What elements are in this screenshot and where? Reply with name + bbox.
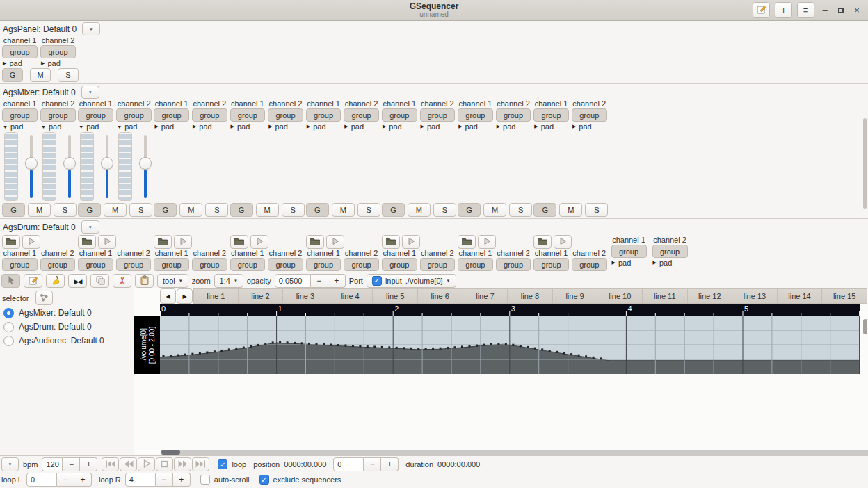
loop-left-input[interactable]: 0 xyxy=(26,473,57,487)
volume-slider[interactable] xyxy=(137,132,152,201)
agsmixer-menu-button[interactable]: ▼ xyxy=(81,86,99,99)
loop-left-decrement-button[interactable]: − xyxy=(57,473,74,487)
mute-toggle-button[interactable]: M xyxy=(483,203,506,217)
solo-toggle-button[interactable]: S xyxy=(509,203,532,217)
group-button[interactable]: group xyxy=(382,258,417,271)
solo-toggle-button[interactable]: S xyxy=(433,203,456,217)
bpm-input[interactable]: 120 xyxy=(42,457,63,471)
navigation-increment-button[interactable]: + xyxy=(381,457,399,471)
group-toggle-button[interactable]: G xyxy=(2,203,25,217)
maximize-button[interactable] xyxy=(835,5,846,15)
group-toggle-button[interactable]: G xyxy=(458,203,481,217)
port-dropdown[interactable]: input ./volume[0] ▼ xyxy=(367,274,456,288)
loop-right-input[interactable]: 4 xyxy=(125,473,156,487)
group-button[interactable]: group xyxy=(268,108,303,122)
position-button[interactable] xyxy=(1,274,20,288)
tab-line-10[interactable]: line 10 xyxy=(597,288,643,304)
group-button[interactable]: group xyxy=(306,108,341,122)
loop-right-decrement-button[interactable]: − xyxy=(156,473,173,487)
pad-expander[interactable]: ▶pad xyxy=(2,59,38,67)
mute-toggle-button[interactable]: M xyxy=(30,68,51,82)
stop-button[interactable] xyxy=(156,457,173,471)
loop-checkbox[interactable] xyxy=(218,459,227,469)
skip-backward-button[interactable] xyxy=(102,457,119,471)
tab-line-8[interactable]: line 8 xyxy=(508,288,553,304)
radio-button[interactable] xyxy=(3,308,14,318)
pad-expander[interactable]: ▼pad xyxy=(78,122,113,131)
tab-line-5[interactable]: line 5 xyxy=(373,288,418,304)
skip-forward-button[interactable] xyxy=(192,457,209,471)
pad-expander[interactable]: ▼pad xyxy=(2,122,38,131)
slider-handle[interactable] xyxy=(63,157,76,170)
group-button[interactable]: group xyxy=(268,258,303,271)
open-button[interactable] xyxy=(306,235,324,249)
group-button[interactable]: group xyxy=(40,45,76,58)
tab-line-15[interactable]: line 15 xyxy=(822,288,867,304)
volume-slider[interactable] xyxy=(23,132,38,201)
pad-expander[interactable]: ▶pad xyxy=(268,122,303,131)
group-button[interactable]: group xyxy=(344,108,379,122)
edit-button[interactable] xyxy=(24,274,42,288)
machine-radio-item[interactable]: AgsAudiorec: Default 0 xyxy=(2,334,131,348)
pad-expander[interactable]: ▶pad xyxy=(611,259,647,267)
group-button[interactable]: group xyxy=(154,108,189,122)
add-machine-button[interactable]: + xyxy=(775,2,792,18)
mute-toggle-button[interactable]: M xyxy=(408,203,431,217)
horizontal-scrollbar[interactable] xyxy=(161,450,868,455)
automation-envelope-canvas[interactable] xyxy=(160,316,860,374)
pad-expander[interactable]: ▶pad xyxy=(533,122,569,131)
group-button[interactable]: group xyxy=(2,45,38,58)
navigation-decrement-button[interactable]: − xyxy=(364,457,381,471)
play-button[interactable] xyxy=(174,235,192,249)
group-button[interactable]: group xyxy=(306,258,341,271)
tabs-scroll-right-button[interactable]: ▶ xyxy=(177,288,193,304)
group-toggle-button[interactable]: G xyxy=(533,203,556,217)
mute-toggle-button[interactable]: M xyxy=(179,203,202,217)
group-button[interactable]: group xyxy=(154,258,189,271)
close-button[interactable]: × xyxy=(851,5,862,15)
titlebar[interactable]: GSequencer unnamed + ≡ – × xyxy=(0,0,868,21)
group-button[interactable]: group xyxy=(40,108,76,122)
group-button[interactable]: group xyxy=(230,108,266,122)
solo-toggle-button[interactable]: S xyxy=(54,203,77,217)
tab-line-1[interactable]: line 1 xyxy=(193,288,239,304)
mute-toggle-button[interactable]: M xyxy=(559,203,582,217)
play-button[interactable] xyxy=(402,235,420,249)
open-button[interactable] xyxy=(154,235,172,249)
group-button[interactable]: group xyxy=(78,108,113,122)
open-button[interactable] xyxy=(458,235,476,249)
open-button[interactable] xyxy=(533,235,552,249)
group-toggle-button[interactable]: G xyxy=(78,203,101,217)
slider-handle[interactable] xyxy=(101,157,113,170)
vertical-scrollbar-handle[interactable] xyxy=(863,319,867,334)
volume-slider[interactable] xyxy=(99,132,113,201)
group-button[interactable]: group xyxy=(420,108,456,122)
pad-expander[interactable]: ▶pad xyxy=(652,259,688,267)
open-button[interactable] xyxy=(78,235,96,249)
play-button[interactable] xyxy=(22,235,40,249)
pad-expander[interactable]: ▶pad xyxy=(420,122,456,131)
group-toggle-button[interactable]: G xyxy=(154,203,177,217)
group-toggle-button[interactable]: G xyxy=(382,203,405,217)
group-button[interactable]: group xyxy=(572,258,607,271)
pad-expander[interactable]: ▶pad xyxy=(40,59,76,67)
solo-toggle-button[interactable]: S xyxy=(129,203,152,217)
tabs-scroll-left-button[interactable]: ◀ xyxy=(160,288,176,304)
pad-expander[interactable]: ▶pad xyxy=(192,122,227,131)
open-button[interactable] xyxy=(2,235,20,249)
zoom-dropdown[interactable]: 1:4▼ xyxy=(214,274,243,288)
group-button[interactable]: group xyxy=(533,258,569,271)
pad-expander[interactable]: ▶pad xyxy=(306,122,341,131)
pad-expander[interactable]: ▶pad xyxy=(230,122,266,131)
play-button[interactable] xyxy=(478,235,496,249)
horizontal-scrollbar-handle[interactable] xyxy=(161,450,180,455)
machine-radio-item[interactable]: AgsMixer: Default 0 xyxy=(2,306,131,320)
port-checkbox[interactable] xyxy=(372,276,382,286)
tab-line-9[interactable]: line 9 xyxy=(553,288,598,304)
pad-expander[interactable]: ▶pad xyxy=(382,122,417,131)
exclude-sequencers-checkbox[interactable] xyxy=(259,475,269,485)
menu-button[interactable]: ≡ xyxy=(797,2,814,18)
machine-radio-item[interactable]: AgsDrum: Default 0 xyxy=(2,320,131,334)
group-button[interactable]: group xyxy=(192,258,227,271)
group-button[interactable]: group xyxy=(458,108,493,122)
